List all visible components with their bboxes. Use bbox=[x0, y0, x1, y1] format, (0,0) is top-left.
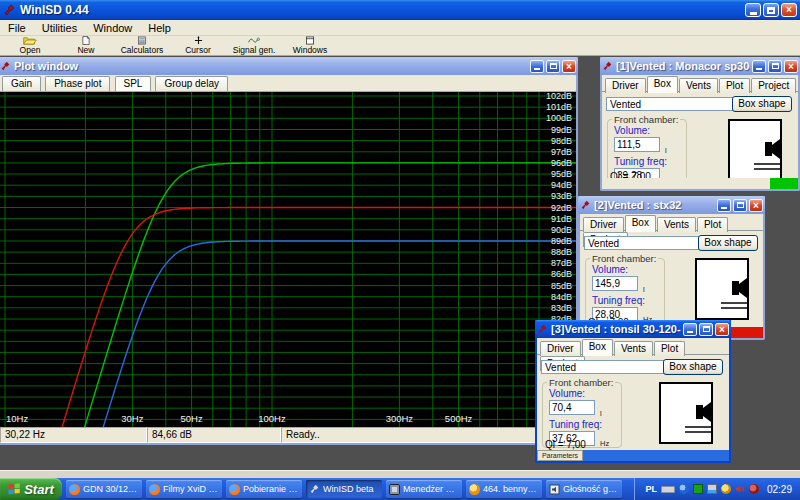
project1-window-icon bbox=[602, 61, 613, 72]
project1-box-shape-diagram bbox=[728, 119, 782, 181]
project1-tab-box[interactable]: Box bbox=[647, 76, 678, 93]
project2-tab-row: DriverBoxVentsPlotProject bbox=[580, 215, 763, 231]
project1-titlebar[interactable]: [1]Vented : Monacor sp300p × bbox=[600, 57, 800, 75]
calculator-icon bbox=[136, 36, 148, 45]
project-window-1: [1]Vented : Monacor sp300p × DriverBoxVe… bbox=[600, 57, 800, 191]
taskbar-task-filmy[interactable]: Filmy XviD / DivX... bbox=[146, 480, 222, 498]
volume-muted-icon[interactable] bbox=[735, 484, 745, 494]
open-button[interactable]: Open bbox=[2, 36, 58, 55]
project2-front-chamber-group: Front chamber: Volume: l Tuning freq: Hz bbox=[585, 258, 665, 324]
spl-plot-area[interactable]: 102dB101dB100dB99dB98dB97dB96dB95dB94dB9… bbox=[0, 92, 576, 427]
project3-volume-input[interactable] bbox=[549, 400, 595, 415]
taskbar-task-pobieranie[interactable]: Pobieranie plików bbox=[226, 480, 302, 498]
project2-tab-driver[interactable]: Driver bbox=[583, 217, 624, 232]
project2-close-button[interactable]: × bbox=[749, 199, 763, 212]
green-status-icon[interactable] bbox=[693, 484, 703, 494]
project2-box-shape-button[interactable]: Box shape bbox=[698, 235, 758, 251]
tab-group-delay[interactable]: Group delay bbox=[155, 76, 227, 91]
menu-utilities[interactable]: Utilities bbox=[34, 21, 85, 35]
project2-box-type-field[interactable] bbox=[584, 236, 702, 250]
svg-text:100dB: 100dB bbox=[546, 113, 572, 123]
project1-tuning-label: Tuning freq: bbox=[614, 156, 667, 167]
tab-gain[interactable]: Gain bbox=[2, 76, 41, 91]
svg-text:102dB: 102dB bbox=[546, 92, 572, 101]
project3-maximize-button[interactable] bbox=[699, 323, 713, 336]
project1-close-button[interactable]: × bbox=[784, 60, 798, 73]
project3-minimize-button[interactable] bbox=[683, 323, 697, 336]
spl-chart: 102dB101dB100dB99dB98dB97dB96dB95dB94dB9… bbox=[0, 92, 576, 427]
open-folder-icon bbox=[22, 36, 38, 45]
project3-tab-vents[interactable]: Vents bbox=[614, 341, 653, 356]
project1-tab-project[interactable]: Project bbox=[751, 78, 796, 93]
project1-volume-input[interactable] bbox=[614, 137, 660, 152]
project1-box-type-field[interactable] bbox=[606, 97, 738, 111]
calculators-button[interactable]: Calculators bbox=[114, 36, 170, 55]
project2-tab-plot[interactable]: Plot bbox=[697, 217, 728, 232]
project3-box-shape-button[interactable]: Box shape bbox=[663, 359, 723, 375]
project2-maximize-button[interactable] bbox=[733, 199, 747, 212]
project2-titlebar[interactable]: [2]Vented : stx32 × bbox=[578, 196, 765, 214]
project2-volume-input[interactable] bbox=[592, 276, 638, 291]
project3-box-type-field[interactable] bbox=[541, 360, 668, 374]
cursor-button[interactable]: Cursor bbox=[170, 36, 226, 55]
plot-window-icon bbox=[0, 61, 11, 72]
project2-tab-box[interactable]: Box bbox=[625, 215, 656, 232]
plot-close-button[interactable]: × bbox=[562, 60, 576, 73]
windows-button[interactable]: Windows bbox=[282, 36, 338, 55]
project1-box-shape-button[interactable]: Box shape bbox=[732, 96, 792, 112]
project2-tuning-label: Tuning freq: bbox=[592, 295, 645, 306]
project1-tab-plot[interactable]: Plot bbox=[719, 78, 750, 93]
antivirus-icon[interactable] bbox=[749, 484, 759, 494]
start-button[interactable]: Start bbox=[0, 478, 62, 500]
project1-volume-label: Volume: bbox=[614, 125, 650, 136]
taskbar-task-menedzer[interactable]: Menedżer zadań... bbox=[386, 480, 462, 498]
tab-phase-plot[interactable]: Phase plot bbox=[45, 76, 110, 91]
scheduler-icon[interactable] bbox=[721, 484, 731, 494]
tab-spl[interactable]: SPL bbox=[115, 76, 152, 91]
language-indicator[interactable]: PL bbox=[645, 484, 657, 494]
restore-button[interactable] bbox=[763, 3, 779, 17]
svg-text:30Hz: 30Hz bbox=[121, 413, 143, 424]
signal-gen-button[interactable]: Signal gen. bbox=[226, 36, 282, 55]
printer-icon[interactable] bbox=[661, 486, 675, 493]
project3-tab-box[interactable]: Box bbox=[582, 339, 613, 356]
project1-tab-row: DriverBoxVentsPlotProject bbox=[602, 76, 798, 92]
plot-window-titlebar[interactable]: Plot window × bbox=[0, 57, 578, 75]
project3-title: [3]Vented : tonsil 30-120-1-8 bbox=[551, 323, 681, 335]
taskbar-task-benny[interactable]: 464. benny pag... bbox=[466, 480, 542, 498]
project1-tab-vents[interactable]: Vents bbox=[679, 78, 718, 93]
emule-icon[interactable] bbox=[679, 484, 689, 494]
main-window-bottom-edge bbox=[0, 470, 800, 478]
windows-logo-icon bbox=[8, 483, 21, 496]
project1-maximize-button[interactable] bbox=[768, 60, 782, 73]
project-window-2: [2]Vented : stx32 × DriverBoxVentsPlotPr… bbox=[578, 196, 765, 340]
project3-tab-driver[interactable]: Driver bbox=[540, 341, 581, 356]
project2-minimize-button[interactable] bbox=[717, 199, 731, 212]
project3-color-strip bbox=[583, 450, 729, 461]
project3-tuning-label: Tuning freq: bbox=[549, 419, 602, 430]
menu-file[interactable]: File bbox=[0, 21, 34, 35]
main-window-title: WinISD 0.44 bbox=[20, 3, 743, 17]
network-icon[interactable] bbox=[707, 484, 717, 494]
taskbar-task-glosnosc[interactable]: Głośność główna bbox=[546, 480, 622, 498]
plot-maximize-button[interactable] bbox=[546, 60, 560, 73]
new-button[interactable]: New bbox=[58, 36, 114, 55]
plot-minimize-button[interactable] bbox=[530, 60, 544, 73]
menu-window[interactable]: Window bbox=[85, 21, 140, 35]
menu-help[interactable]: Help bbox=[140, 21, 179, 35]
close-button[interactable]: × bbox=[781, 3, 797, 17]
project2-tab-vents[interactable]: Vents bbox=[657, 217, 696, 232]
project-window-3: [3]Vented : tonsil 30-120-1-8 × DriverBo… bbox=[535, 320, 731, 463]
project1-tab-driver[interactable]: Driver bbox=[605, 78, 646, 93]
project3-titlebar[interactable]: [3]Vented : tonsil 30-120-1-8 × bbox=[535, 320, 731, 338]
minimize-button[interactable] bbox=[745, 3, 761, 17]
project3-close-button[interactable]: × bbox=[715, 323, 729, 336]
project3-parameters-tab[interactable]: Parameters bbox=[537, 450, 583, 461]
cursor-level-readout: 84,66 dB bbox=[147, 427, 281, 443]
taskbar-task-gdn[interactable]: GDN 30/120/1 - ... bbox=[66, 480, 142, 498]
project3-tab-plot[interactable]: Plot bbox=[654, 341, 685, 356]
taskbar-task-winisd[interactable]: WinISD beta bbox=[306, 480, 382, 498]
project1-minimize-button[interactable] bbox=[752, 60, 766, 73]
svg-text:96dB: 96dB bbox=[551, 158, 572, 168]
project3-volume-label: Volume: bbox=[549, 388, 585, 399]
